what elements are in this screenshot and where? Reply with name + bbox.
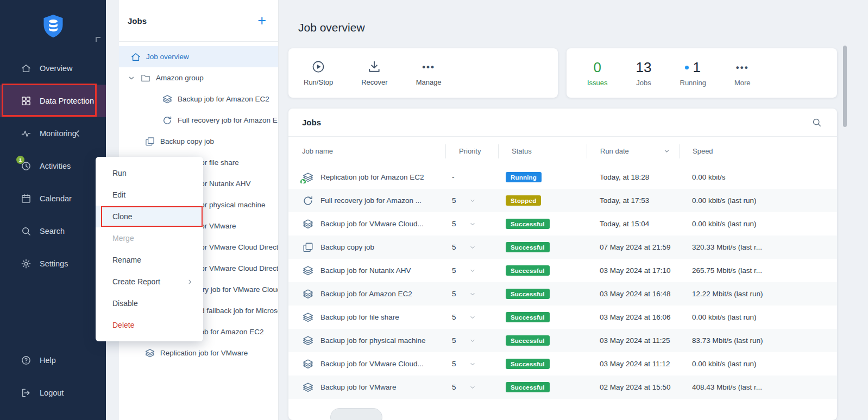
job-name-cell[interactable]: Replication job for Amazon EC2 [288, 171, 445, 183]
stat-running[interactable]: 1Running [680, 60, 706, 87]
manage-button[interactable]: •••Manage [416, 60, 442, 86]
chevron-down-icon [469, 268, 476, 274]
more-icon: ••• [736, 60, 749, 76]
sidebar-item-help[interactable]: Help [0, 344, 106, 377]
calendar-icon [21, 193, 32, 204]
logout-icon [21, 387, 32, 398]
job-name-cell[interactable]: Backup job for Nutanix AHV [288, 265, 445, 277]
context-menu-item-edit[interactable]: Edit [96, 184, 203, 206]
status-cell: Successful [498, 335, 587, 346]
tree-item[interactable]: Backup copy job [119, 131, 278, 152]
table-row[interactable]: Backup job for VMware Cloud...5Successfu… [288, 352, 837, 376]
speed-cell: 0.00 kbit/s (last run) [679, 360, 837, 368]
sidebar-item-overview[interactable]: Overview [0, 52, 106, 85]
job-name-cell[interactable]: Backup job for VMware Cloud... [288, 358, 445, 370]
priority-cell[interactable]: 5 [445, 266, 498, 275]
sidebar-item-label: Search [40, 227, 65, 236]
context-menu-item-label: Create Report [112, 277, 160, 286]
context-menu-item-delete[interactable]: Delete [96, 314, 203, 336]
priority-cell[interactable]: 5 [445, 220, 498, 228]
scrollbar-thumb[interactable] [843, 46, 847, 127]
stat-issues[interactable]: 0Issues [587, 60, 608, 87]
speed: 12.22 Mbit/s (last run) [692, 290, 763, 298]
recovery-job-icon [162, 115, 173, 126]
sidebar-item-monitoring[interactable]: Monitoring [0, 117, 106, 150]
job-name-cell[interactable]: Backup job for VMware [288, 381, 445, 393]
table-row[interactable]: Backup job for Amazon EC25Successful03 M… [288, 282, 837, 306]
toolbar-card: Run/StopRecover•••Manage [288, 48, 558, 98]
priority-cell[interactable]: 5 [445, 290, 498, 298]
table-row[interactable]: Backup job for file share5Successful03 M… [288, 306, 837, 329]
sidebar-item-settings[interactable]: Settings [0, 247, 106, 280]
home-icon [21, 63, 32, 74]
status-cell: Successful [498, 312, 587, 322]
search-icon[interactable] [812, 117, 822, 128]
table-row[interactable]: Replication job for Amazon EC2-RunningTo… [288, 166, 837, 189]
sidebar-item-data-protection[interactable]: Data Protection [0, 85, 106, 117]
priority-cell[interactable]: 5 [445, 336, 498, 345]
sidebar-item-activities[interactable]: 1Activities [0, 150, 106, 182]
table-row[interactable]: Backup job for Nutanix AHV5Successful03 … [288, 259, 837, 282]
context-menu-item-create-report[interactable]: Create Report [96, 271, 203, 292]
table-row[interactable]: Backup job for VMware5Successful02 May 2… [288, 376, 837, 399]
tree-item-label: Amazon group [156, 74, 204, 82]
tree-item[interactable]: Amazon group [119, 67, 278, 88]
job-name-cell[interactable]: Backup job for Amazon EC2 [288, 288, 445, 300]
tree-item[interactable]: Backup job for Amazon EC2 [119, 88, 278, 110]
run-date: 03 May 2024 at 11:25 [600, 336, 670, 345]
context-menu-item-label: Run [112, 169, 127, 177]
sidebar-item-calendar[interactable]: Calendar [0, 182, 106, 215]
table-row[interactable]: Backup copy job5Successful07 May 2024 at… [288, 236, 837, 259]
tree-item[interactable]: Full recovery job for Amazon E [119, 110, 278, 131]
add-job-button[interactable]: + [257, 14, 266, 28]
run-stop-button[interactable]: Run/Stop [304, 60, 333, 86]
column-header-run-date[interactable]: Run date [587, 144, 679, 158]
priority-cell[interactable]: 5 [445, 313, 498, 321]
sidebar-item-search[interactable]: Search [0, 215, 106, 247]
sidebar-nav: OverviewData ProtectionMonitoring1Activi… [0, 52, 106, 280]
priority-cell[interactable]: 5 [445, 383, 498, 391]
priority-cell[interactable]: 5 [445, 196, 498, 205]
gear-icon [21, 258, 32, 269]
status-cell: Stopped [498, 195, 587, 206]
tree-item-label: Replication job for VMware [160, 349, 248, 357]
chevron-down-icon [469, 244, 476, 251]
job-name-cell[interactable]: Backup job for VMware Cloud... [288, 218, 445, 230]
priority-cell[interactable]: 5 [445, 360, 498, 368]
job-name-cell[interactable]: Full recovery job for Amazon ... [288, 195, 445, 207]
context-menu-item-clone[interactable]: Clone [96, 206, 203, 227]
status-cell: Successful [498, 289, 587, 299]
tree-item[interactable]: Replication job for VMware [119, 342, 278, 364]
stat-more[interactable]: •••More [734, 60, 751, 87]
job-name-cell[interactable]: Backup job for physical machine [288, 335, 445, 347]
jobs-table-body: Replication job for Amazon EC2-RunningTo… [288, 166, 837, 399]
backup-job-icon [302, 265, 314, 277]
table-row[interactable]: Backup job for VMware Cloud...5Successfu… [288, 212, 837, 236]
status-badge: Successful [506, 289, 550, 299]
stat-value: 0 [594, 60, 601, 76]
context-menu-item-disable[interactable]: Disable [96, 292, 203, 314]
speed-cell: 0.00 kbit/s [679, 173, 837, 181]
stat-label: More [734, 79, 751, 87]
context-menu-item-rename[interactable]: Rename [96, 249, 203, 271]
priority-cell: - [445, 173, 498, 181]
context-menu-item-run[interactable]: Run [96, 162, 203, 184]
table-row[interactable]: Backup job for physical machine5Successf… [288, 329, 837, 352]
priority-value: 5 [452, 360, 456, 368]
stat-jobs[interactable]: 13Jobs [636, 60, 652, 87]
job-name-cell[interactable]: Backup job for file share [288, 311, 445, 323]
status-cell: Successful [498, 359, 587, 369]
sidebar-item-label: Settings [40, 259, 68, 268]
job-name-cell[interactable]: Backup copy job [288, 241, 445, 253]
stat-label: Issues [587, 79, 608, 87]
sidebar-item-logout[interactable]: Logout [0, 377, 106, 409]
tree-item[interactable]: Job overview [119, 46, 278, 67]
job-name: Backup job for VMware Cloud... [320, 220, 424, 228]
priority-cell[interactable]: 5 [445, 243, 498, 251]
grid-icon [21, 96, 32, 106]
table-row[interactable]: Full recovery job for Amazon ...5Stopped… [288, 189, 837, 212]
chevron-down-icon [469, 314, 476, 321]
recover-button[interactable]: Recover [361, 60, 387, 86]
sidebar-collapse-icon[interactable] [96, 37, 100, 42]
partial-pagination-button[interactable] [330, 408, 382, 420]
